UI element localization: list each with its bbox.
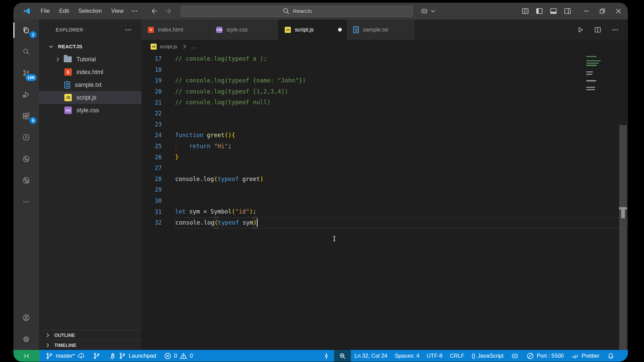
tree-item-script.js[interactable]: JSscript.js	[39, 91, 142, 104]
minimap-line	[586, 78, 603, 79]
remote-icon	[22, 352, 31, 360]
activity-git-graph[interactable]	[13, 148, 39, 170]
menu-selection[interactable]: Selection	[74, 6, 106, 16]
activity-run-debug[interactable]	[13, 84, 39, 105]
rocket-icon	[108, 352, 116, 360]
customize-layout-icon[interactable]	[521, 7, 529, 15]
menu-view[interactable]: View	[107, 6, 128, 16]
encoding-label: UTF-8	[427, 353, 442, 359]
activity-search[interactable]	[13, 41, 39, 62]
git-branch-status[interactable]: master*	[42, 350, 89, 362]
git-graph-status[interactable]	[89, 350, 104, 362]
workspace-root[interactable]: REACTJS	[39, 40, 142, 53]
menu-more-icon[interactable]	[128, 5, 141, 17]
code-line-27[interactable]: 27	[142, 163, 628, 174]
explorer-actions-icon[interactable]	[124, 26, 132, 34]
code-line-31[interactable]: 31let sym = Symbol("id");	[142, 206, 628, 217]
code-line-24[interactable]: 24function greet(){	[142, 130, 628, 141]
indentation-status[interactable]: Spaces: 4	[391, 350, 423, 362]
code-line-32[interactable]: 32console.log(typeof sym)	[142, 217, 628, 228]
code-line-20[interactable]: 20// console.log(typeof [1,2,3,4])	[142, 86, 628, 97]
tree-item-index.html[interactable]: 5index.html	[39, 66, 142, 78]
code-editor[interactable]: 17// console.log(typeof a );1819// conso…	[142, 53, 628, 350]
minimap-line	[586, 85, 603, 86]
breadcrumb-rest[interactable]: ...	[192, 44, 196, 50]
code-line-19[interactable]: 19// console.log(typeof {name: "John"})	[142, 75, 628, 86]
toggle-secondary-sidebar-icon[interactable]	[564, 7, 572, 15]
tab-index.html[interactable]: 5index.html	[142, 19, 210, 40]
code-line-29[interactable]: 29	[142, 184, 628, 195]
activity-bar: 110K5	[13, 19, 39, 350]
code-line-28[interactable]: 28console.log(typeof greet)	[142, 174, 628, 185]
code-line-30[interactable]: 30	[142, 195, 628, 206]
tree-item-sample.txt[interactable]: sample.txt	[39, 78, 142, 91]
code-line-26[interactable]: 26}	[142, 152, 628, 163]
editor-group: 5index.htmlCSSstyle.cssJSscript.jssample…	[142, 19, 628, 350]
token: )	[253, 217, 257, 228]
cursor-position-status[interactable]: Ln 32, Col 24	[351, 350, 391, 362]
toggle-panel-icon[interactable]	[549, 7, 557, 15]
code-line-18[interactable]: 18	[142, 64, 628, 75]
restore-button[interactable]	[594, 3, 610, 19]
editor-more-actions-icon[interactable]	[611, 26, 619, 34]
encoding-status[interactable]: UTF-8	[423, 350, 446, 362]
code-line-21[interactable]: 21// console.log(typeof null)	[142, 97, 628, 108]
commit-indicator[interactable]	[319, 350, 334, 362]
code-line-content: // console.log(typeof [1,2,3,4])	[175, 86, 628, 97]
activity-settings[interactable]	[13, 328, 39, 350]
menu-edit[interactable]: Edit	[55, 6, 73, 16]
prettier-label: Prettier	[582, 353, 599, 359]
code-line-23[interactable]: 23	[142, 119, 628, 130]
token: greet	[239, 174, 260, 185]
tree-item-label: style.css	[76, 107, 99, 114]
code-line-25[interactable]: 25 return "Hi";	[142, 141, 628, 152]
minimap[interactable]	[586, 56, 603, 91]
activity-thunder-client-icon	[22, 133, 30, 141]
activity-thunder-client[interactable]	[13, 127, 39, 148]
code-line-content: let sym = Symbol("id");	[175, 206, 628, 217]
copilot-status[interactable]	[507, 350, 523, 362]
tree-item-style.css[interactable]: CSSstyle.css	[39, 104, 142, 117]
tree-item-Tutorial[interactable]: Tutorial	[39, 53, 142, 66]
activity-more[interactable]	[13, 191, 39, 213]
launchpad-label: Launchpad	[129, 353, 156, 359]
tab-script.js[interactable]: JSscript.js	[278, 19, 347, 40]
zoom-status-button[interactable]	[334, 350, 351, 362]
commit-icon	[322, 352, 330, 360]
menu-file[interactable]: File	[36, 6, 54, 16]
activity-gitlens[interactable]	[13, 170, 39, 191]
toggle-sidebar-icon[interactable]	[535, 7, 543, 15]
launchpad-status[interactable]: Launchpad	[104, 350, 160, 362]
run-file-icon[interactable]	[576, 26, 584, 34]
tab-style.css[interactable]: CSSstyle.css	[210, 19, 278, 40]
activity-accounts[interactable]	[13, 307, 39, 328]
live-server-port-status[interactable]: Port : 5500	[523, 350, 568, 362]
minimize-button[interactable]	[578, 3, 594, 19]
breadcrumb-file[interactable]: script.js	[160, 44, 177, 50]
activity-extensions[interactable]: 5	[13, 105, 39, 127]
nav-forward-icon[interactable]	[164, 7, 172, 15]
code-line-17[interactable]: 17// console.log(typeof a );	[142, 53, 628, 64]
notifications-status[interactable]	[603, 350, 619, 362]
tab-sample.txt[interactable]: sample.txt	[347, 19, 415, 40]
editor-scrollbar[interactable]	[619, 125, 627, 350]
language-status[interactable]: {} JavaScript	[468, 350, 507, 362]
command-center-search[interactable]: ReactJs	[181, 6, 413, 17]
remote-indicator[interactable]	[13, 350, 40, 362]
copilot-menu[interactable]	[420, 7, 437, 15]
minimap-line	[586, 82, 603, 83]
nav-back-icon[interactable]	[151, 7, 159, 15]
split-editor-icon[interactable]	[594, 26, 602, 34]
chevron-right-icon	[180, 43, 189, 51]
activity-source-control[interactable]: 10K	[13, 62, 39, 84]
breadcrumb[interactable]: JS script.js ...	[142, 40, 628, 53]
problems-status[interactable]: 0 0	[160, 350, 197, 362]
eol-status[interactable]: CRLF	[446, 350, 468, 362]
token: greet	[207, 130, 225, 141]
code-line-22[interactable]: 22	[142, 108, 628, 119]
timeline-section[interactable]: TIMELINE	[39, 340, 142, 350]
close-button[interactable]	[610, 3, 627, 19]
prettier-status[interactable]: Prettier	[568, 350, 603, 362]
activity-explorer[interactable]: 1	[13, 19, 39, 41]
outline-section[interactable]: OUTLINE	[39, 330, 142, 340]
